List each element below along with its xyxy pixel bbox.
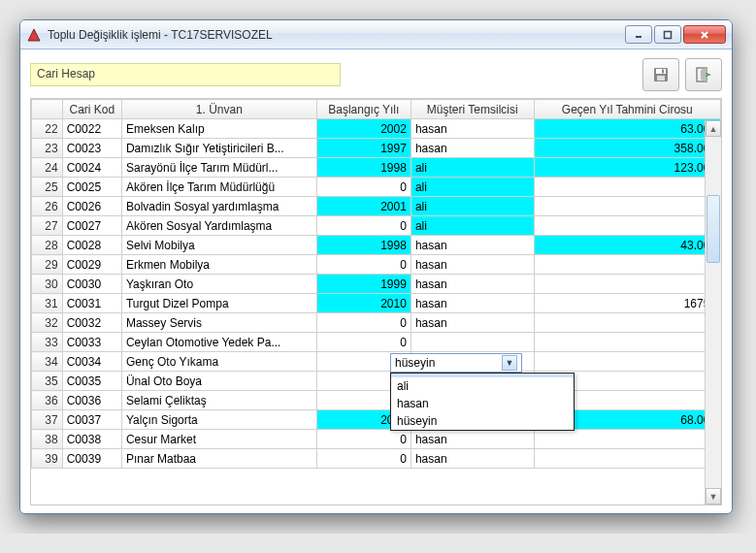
revenue-cell[interactable]: 63.000	[534, 119, 720, 139]
table-row[interactable]: 34C0034Genç Oto Yıkama00	[32, 352, 721, 372]
code-cell[interactable]: C0035	[62, 372, 121, 391]
rep-dropdown-list[interactable]: ali hasan hüseyin	[390, 373, 575, 431]
code-cell[interactable]: C0023	[62, 139, 121, 158]
table-row[interactable]: 35C0035Ünal Oto Boya00	[32, 372, 721, 391]
year-cell[interactable]: 2010	[316, 294, 411, 313]
rep-cell[interactable]: ali	[411, 197, 534, 216]
title-cell[interactable]: Selami Çeliktaş	[121, 391, 316, 410]
code-cell[interactable]: C0038	[62, 430, 121, 449]
code-cell[interactable]: C0022	[62, 119, 121, 139]
title-cell[interactable]: Ceylan Otomotive Yedek Pa...	[121, 333, 316, 352]
rep-cell[interactable]: hasan	[411, 449, 534, 469]
col-rep-header[interactable]: Müşteri Temsilcisi	[411, 100, 534, 119]
title-cell[interactable]: Akören Sosyal Yardımlaşma	[121, 216, 316, 236]
scroll-thumb[interactable]	[707, 195, 720, 263]
dropdown-toggle-button[interactable]: ▼	[502, 355, 517, 371]
exit-button[interactable]	[685, 58, 722, 91]
code-cell[interactable]: C0032	[62, 313, 121, 333]
title-cell[interactable]: Akören İlçe Tarım Müdürlüğü	[121, 178, 316, 197]
col-year-header[interactable]: Başlangıç Yılı	[316, 100, 411, 119]
revenue-cell[interactable]: 0	[534, 333, 720, 352]
table-row[interactable]: 23C0023Damızlık Sığır Yetiştiricileri B.…	[32, 139, 721, 158]
code-cell[interactable]: C0028	[62, 236, 121, 255]
col-code-header[interactable]: Cari Kod	[62, 100, 121, 119]
rep-cell[interactable]: hasan	[411, 119, 534, 139]
col-rev-header[interactable]: Geçen Yıl Tahmini Cirosu	[534, 100, 720, 119]
title-cell[interactable]: Erkmen Mobilya	[121, 255, 316, 275]
data-grid[interactable]: Cari Kod 1. Ünvan Başlangıç Yılı Müşteri…	[30, 98, 722, 505]
table-row[interactable]: 36C0036Selami Çeliktaş00	[32, 391, 721, 410]
title-cell[interactable]: Turgut Dizel Pompa	[121, 294, 316, 313]
year-cell[interactable]: 1998	[316, 236, 411, 255]
code-cell[interactable]: C0037	[62, 410, 121, 430]
table-row[interactable]: 39C0039Pınar Matbaa0hasan0	[32, 449, 721, 469]
year-cell[interactable]: 1999	[316, 275, 411, 294]
title-cell[interactable]: Sarayönü İlçe Tarım Müdürl...	[121, 158, 316, 178]
save-button[interactable]	[642, 58, 679, 91]
rep-cell[interactable]: hasan	[411, 139, 534, 158]
table-row[interactable]: 31C0031Turgut Dizel Pompa2010hasan16750	[32, 294, 721, 313]
title-cell[interactable]: Ünal Oto Boya	[121, 372, 316, 391]
rep-cell[interactable]: hasan	[411, 275, 534, 294]
table-row[interactable]: 30C0030Yaşkıran Oto1999hasan0	[32, 275, 721, 294]
revenue-cell[interactable]: 0	[534, 430, 720, 449]
title-cell[interactable]: Genç Oto Yıkama	[121, 352, 316, 372]
revenue-cell[interactable]: 358.000	[534, 139, 720, 158]
revenue-cell[interactable]: 0	[534, 216, 720, 236]
rep-cell[interactable]: hasan	[411, 294, 534, 313]
code-cell[interactable]: C0025	[62, 178, 121, 197]
revenue-cell[interactable]: 0	[534, 449, 720, 469]
rep-cell-editor[interactable]: ▼	[390, 353, 522, 373]
title-cell[interactable]: Massey Servis	[121, 313, 316, 333]
year-cell[interactable]: 0	[316, 333, 411, 352]
scroll-down-button[interactable]: ▼	[706, 488, 721, 504]
code-cell[interactable]: C0033	[62, 333, 121, 352]
table-row[interactable]: 24C0024Sarayönü İlçe Tarım Müdürl...1998…	[32, 158, 721, 178]
rep-cell[interactable]: ali	[411, 216, 534, 236]
code-cell[interactable]: C0039	[62, 449, 121, 469]
revenue-cell[interactable]: 0	[534, 275, 720, 294]
rep-cell[interactable]: ali	[411, 158, 534, 178]
title-cell[interactable]: Pınar Matbaa	[121, 449, 316, 469]
scroll-up-button[interactable]: ▲	[706, 120, 721, 137]
col-title-header[interactable]: 1. Ünvan	[121, 100, 316, 119]
rep-cell[interactable]: hasan	[411, 430, 534, 449]
titlebar[interactable]: Toplu Değişiklik işlemi - TC17SERVISOZEL	[20, 20, 732, 49]
lookup-field[interactable]: Cari Hesap	[30, 63, 341, 86]
close-button[interactable]	[683, 25, 726, 44]
table-row[interactable]: 32C0032Massey Servis0hasan0	[32, 313, 721, 333]
code-cell[interactable]: C0027	[62, 216, 121, 236]
dropdown-option[interactable]: hasan	[391, 395, 574, 412]
table-row[interactable]: 25C0025Akören İlçe Tarım Müdürlüğü0ali0	[32, 178, 721, 197]
maximize-button[interactable]	[654, 25, 681, 44]
table-row[interactable]: 28C0028Selvi Mobilya1998hasan43.000	[32, 236, 721, 255]
code-cell[interactable]: C0034	[62, 352, 121, 372]
code-cell[interactable]: C0024	[62, 158, 121, 178]
rep-cell[interactable]: hasan	[411, 236, 534, 255]
rep-cell[interactable]: hasan	[411, 255, 534, 275]
code-cell[interactable]: C0026	[62, 197, 121, 216]
revenue-cell[interactable]: 0	[534, 313, 720, 333]
table-row[interactable]: 37C0037Yalçın Sigorta2005hasan68.000	[32, 410, 721, 430]
table-row[interactable]: 22C0022Emeksen Kalıp2002hasan63.000	[32, 119, 721, 139]
rep-cell[interactable]	[411, 333, 534, 352]
revenue-cell[interactable]: 16750	[534, 294, 720, 313]
code-cell[interactable]: C0029	[62, 255, 121, 275]
rep-editor-input[interactable]	[393, 356, 502, 370]
title-cell[interactable]: Selvi Mobilya	[121, 236, 316, 255]
year-cell[interactable]: 1997	[316, 139, 411, 158]
rep-cell[interactable]: hasan	[411, 313, 534, 333]
table-row[interactable]: 38C0038Cesur Market0hasan0	[32, 430, 721, 449]
table-row[interactable]: 26C0026Bolvadin Sosyal yardımlaşma2001al…	[32, 197, 721, 216]
revenue-cell[interactable]: 123.000	[534, 158, 720, 178]
year-cell[interactable]: 0	[316, 449, 411, 469]
vertical-scrollbar[interactable]: ▲ ▼	[705, 120, 721, 504]
year-cell[interactable]: 0	[316, 430, 411, 449]
code-cell[interactable]: C0030	[62, 275, 121, 294]
scroll-track[interactable]	[706, 137, 721, 488]
title-cell[interactable]: Yaşkıran Oto	[121, 275, 316, 294]
code-cell[interactable]: C0031	[62, 294, 121, 313]
title-cell[interactable]: Yalçın Sigorta	[121, 410, 316, 430]
code-cell[interactable]: C0036	[62, 391, 121, 410]
year-cell[interactable]: 2001	[316, 197, 411, 216]
